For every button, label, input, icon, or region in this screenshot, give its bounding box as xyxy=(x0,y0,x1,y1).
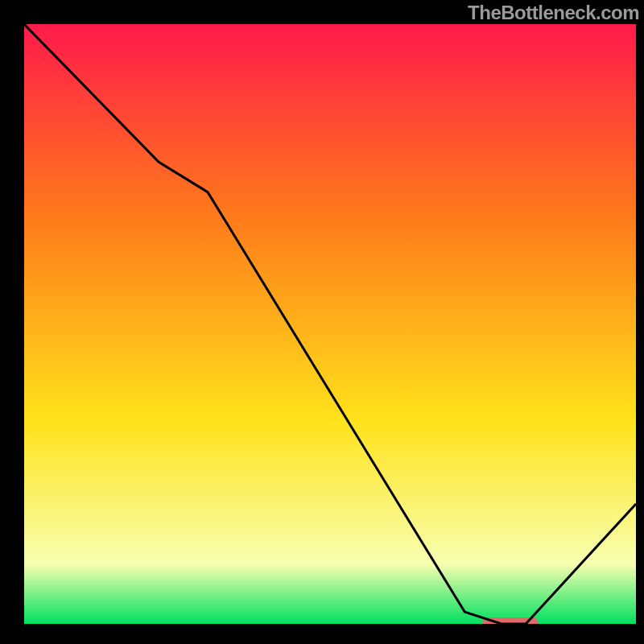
watermark-text: TheBottleneck.com xyxy=(468,2,639,24)
chart-frame: TheBottleneck.com xyxy=(0,0,644,644)
plot-area xyxy=(24,24,636,624)
gradient-background xyxy=(24,24,636,624)
chart-svg xyxy=(24,24,636,624)
